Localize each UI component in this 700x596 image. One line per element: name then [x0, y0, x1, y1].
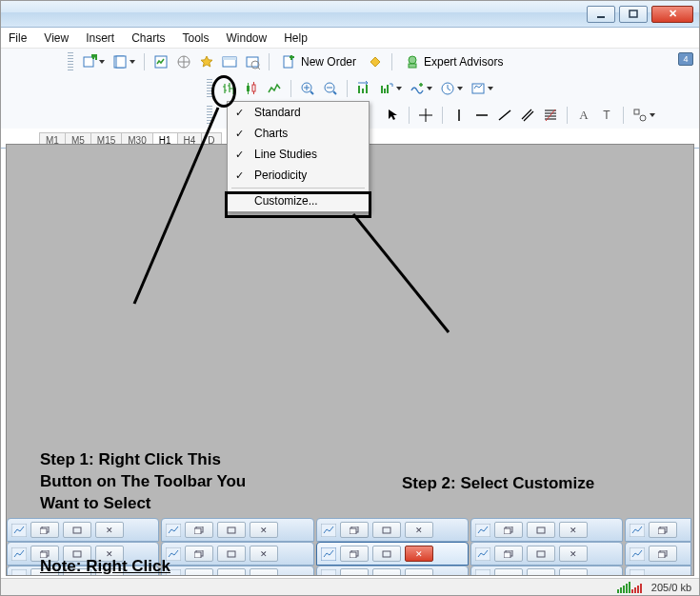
cursor-button[interactable]: [382, 105, 403, 126]
tab-restore-icon[interactable]: [340, 522, 369, 538]
tab-restore-icon[interactable]: [340, 546, 369, 562]
tab-close-icon[interactable]: ✕: [405, 546, 433, 562]
expert-advisors-button[interactable]: Expert Advisors: [398, 51, 510, 72]
tab-maximize-icon[interactable]: [217, 522, 246, 538]
cursor-icon: [385, 108, 400, 123]
chart-tab[interactable]: [470, 566, 623, 575]
arrows-button[interactable]: [630, 105, 658, 126]
check-icon: ✓: [235, 169, 244, 182]
window-minimize-button[interactable]: [587, 6, 615, 23]
tab-maximize-icon[interactable]: [217, 546, 246, 562]
menu-tools[interactable]: Tools: [183, 31, 210, 45]
chart-tab-icon: [321, 547, 336, 561]
menu-insert[interactable]: Insert: [86, 31, 114, 45]
vertical-line-button[interactable]: [449, 105, 470, 126]
svg-point-21: [640, 115, 646, 121]
menu-charts[interactable]: Charts: [131, 31, 165, 45]
bar-chart-button[interactable]: [218, 78, 239, 99]
tab-maximize-icon[interactable]: [527, 546, 555, 562]
context-item-periodicity[interactable]: ✓ Periodicity: [228, 165, 369, 186]
chart-tab[interactable]: [625, 518, 691, 542]
periodicity-button[interactable]: [437, 78, 466, 99]
tab-restore-icon[interactable]: [185, 546, 213, 562]
chart-tab-active[interactable]: ✕: [316, 542, 469, 566]
tab-restore-icon[interactable]: [185, 522, 213, 538]
chart-tab-icon: [630, 569, 645, 575]
tab-maximize-icon[interactable]: [372, 522, 401, 538]
menu-view[interactable]: View: [44, 31, 69, 45]
svg-rect-0: [597, 16, 605, 18]
svg-rect-36: [504, 528, 510, 534]
tab-maximize-icon[interactable]: [527, 522, 555, 538]
market-watch-button[interactable]: [150, 51, 171, 72]
new-order-button[interactable]: New Order: [275, 51, 363, 72]
tab-close-icon[interactable]: ✕: [95, 522, 124, 538]
alerts-badge[interactable]: 4: [678, 52, 693, 66]
profiles-button[interactable]: [110, 51, 138, 72]
strategy-tester-button[interactable]: [242, 51, 263, 72]
tab-close-icon[interactable]: ✕: [559, 546, 588, 562]
horizontal-line-icon: [474, 108, 490, 123]
context-item-line-studies[interactable]: ✓ Line Studies: [228, 144, 369, 165]
menu-file[interactable]: File: [9, 31, 27, 45]
chart-tab-icon: [475, 569, 490, 575]
chart-tab[interactable]: [625, 566, 691, 575]
chart-tab[interactable]: ✕: [7, 518, 159, 542]
context-item-customize[interactable]: Customize...: [228, 190, 369, 211]
crosshair-button[interactable]: [415, 105, 436, 126]
tab-close-icon[interactable]: ✕: [250, 522, 278, 538]
tab-close-icon[interactable]: ✕: [405, 522, 433, 538]
text-button[interactable]: A: [573, 105, 594, 126]
tab-close-icon[interactable]: ✕: [559, 522, 588, 538]
svg-rect-14: [247, 86, 250, 91]
svg-rect-24: [40, 528, 47, 534]
chart-tab[interactable]: ✕: [316, 518, 469, 542]
zoom-out-button[interactable]: [320, 78, 341, 99]
menu-help[interactable]: Help: [284, 31, 308, 45]
tab-restore-icon[interactable]: [494, 522, 523, 538]
status-traffic: 205/0 kb: [651, 582, 691, 593]
menu-window[interactable]: Window: [227, 31, 268, 45]
window-maximize-button[interactable]: [619, 6, 648, 23]
candlestick-button[interactable]: [241, 78, 262, 99]
text-label-button[interactable]: T: [596, 105, 617, 126]
favorites-button[interactable]: [196, 51, 217, 72]
line-chart-button[interactable]: [264, 78, 285, 99]
chart-tab[interactable]: ✕: [161, 542, 313, 566]
fibonacci-button[interactable]: [540, 105, 561, 126]
tab-restore-icon[interactable]: [649, 522, 677, 538]
indicators-button[interactable]: [407, 78, 435, 99]
chart-tab[interactable]: ✕: [470, 518, 623, 542]
tab-restore-icon[interactable]: [30, 522, 59, 538]
new-chart-button[interactable]: [79, 51, 108, 72]
chart-tab[interactable]: ✕: [470, 542, 623, 566]
toolbar-grip-3[interactable]: [207, 106, 212, 125]
tab-close-icon[interactable]: ✕: [250, 546, 278, 562]
context-item-standard[interactable]: ✓ Standard: [228, 102, 369, 123]
zoom-in-button[interactable]: [297, 78, 318, 99]
window-close-button[interactable]: ✕: [651, 6, 693, 23]
equidistant-channel-button[interactable]: [517, 105, 538, 126]
trendline-button[interactable]: [494, 105, 515, 126]
meta-quotes-button[interactable]: [365, 51, 386, 72]
chart-tab[interactable]: [316, 566, 469, 575]
context-item-charts[interactable]: ✓ Charts: [228, 123, 369, 144]
tab-restore-icon[interactable]: [494, 546, 523, 562]
tab-maximize-icon[interactable]: [63, 522, 91, 538]
navigator-button[interactable]: [173, 51, 194, 72]
star-icon: [199, 54, 214, 70]
horizontal-line-button[interactable]: [471, 105, 492, 126]
toolbar-grip-2[interactable]: [207, 79, 212, 98]
svg-rect-47: [194, 552, 201, 558]
chart-tab[interactable]: [161, 566, 313, 575]
auto-scroll-button[interactable]: [353, 78, 374, 99]
terminal-button[interactable]: [219, 51, 240, 72]
toolbar-grip[interactable]: [68, 52, 73, 71]
templates-button[interactable]: [468, 78, 496, 99]
tab-restore-icon[interactable]: [649, 546, 677, 562]
chart-tab[interactable]: [625, 542, 691, 566]
tab-maximize-icon[interactable]: [372, 546, 401, 562]
chart-tab[interactable]: ✕: [161, 518, 313, 542]
svg-rect-37: [537, 527, 545, 533]
chart-shift-button[interactable]: [376, 78, 405, 99]
